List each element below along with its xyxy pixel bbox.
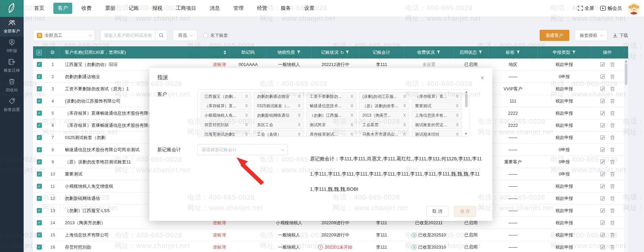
nav-item-1[interactable]: 客户 — [53, 3, 72, 14]
row-checkbox[interactable]: ✓ — [37, 74, 42, 79]
nav-item-0[interactable]: 首页 — [30, 3, 49, 14]
delete-icon[interactable] — [610, 111, 615, 116]
remove-tag-icon[interactable]: X — [245, 94, 248, 99]
nav-item-10[interactable]: 服务 — [276, 3, 295, 14]
remove-tag-icon[interactable]: X — [456, 122, 459, 127]
remove-tag-icon[interactable]: X — [403, 113, 406, 118]
app-logo[interactable] — [0, 0, 24, 17]
column-header-6[interactable]: 记账会计 — [359, 46, 404, 59]
row-checkbox[interactable]: ✓ — [37, 135, 42, 140]
nav-item-6[interactable]: 工商项目 — [172, 3, 201, 14]
nav-item-4[interactable]: 记账 — [124, 3, 143, 14]
row-checkbox[interactable]: ✓ — [37, 208, 42, 213]
refresh-icon[interactable]: ↻ — [340, 50, 344, 55]
nav-item-2[interactable]: 收费 — [77, 3, 96, 14]
table-scrollbar[interactable] — [624, 59, 628, 252]
nav-item-9[interactable]: 经营 — [253, 3, 272, 14]
tagbox-scrollbar[interactable] — [464, 90, 468, 136]
edit-icon[interactable] — [600, 196, 605, 201]
ledger-link[interactable]: 进账簿 — [213, 62, 226, 68]
sidebar-item-2[interactable]: 账套迁移 — [0, 56, 24, 76]
row-checkbox[interactable]: ✓ — [37, 159, 42, 164]
row-checkbox[interactable]: ✓ — [37, 62, 42, 67]
remove-tag-icon[interactable]: X — [245, 122, 248, 127]
delete-icon[interactable] — [610, 147, 615, 152]
column-header-2[interactable]: 客户名称(启用130家，禁用5家) — [60, 46, 230, 59]
row-checkbox[interactable]: ✓ — [37, 147, 42, 152]
sort-icon[interactable] — [224, 50, 226, 54]
member-button[interactable]: 畅会员 — [600, 5, 622, 12]
avatar[interactable] — [628, 2, 640, 15]
remove-tag-icon[interactable]: X — [245, 132, 248, 137]
edit-icon[interactable] — [600, 74, 605, 79]
column-header-8[interactable]: 启用状态 — [454, 46, 488, 59]
delete-icon[interactable] — [610, 232, 615, 237]
delete-icon[interactable] — [610, 208, 615, 213]
ledger-auth-button[interactable]: 账套授权 — [575, 30, 608, 41]
nav-item-5[interactable]: 报税 — [148, 3, 167, 14]
delete-icon[interactable] — [610, 135, 615, 140]
remove-tag-icon[interactable]: X — [245, 113, 248, 118]
nav-item-3[interactable]: 票据 — [101, 3, 120, 14]
gear-icon[interactable]: ⚙ — [50, 49, 55, 55]
row-checkbox[interactable]: ✓ — [37, 98, 42, 104]
row-checkbox[interactable]: ✓ — [37, 123, 42, 128]
remove-tag-icon[interactable]: X — [403, 94, 406, 99]
filter-funnel-icon[interactable] — [345, 50, 349, 55]
edit-icon[interactable] — [600, 245, 605, 250]
remove-tag-icon[interactable]: X — [403, 132, 406, 137]
row-checkbox[interactable]: ✓ — [37, 245, 42, 250]
delete-icon[interactable] — [610, 123, 615, 128]
edit-icon[interactable] — [600, 147, 605, 152]
column-header-5[interactable]: 记账状况↻ — [312, 46, 359, 59]
scroll-down-icon[interactable] — [465, 133, 467, 135]
column-header-1[interactable]: ⚙ — [45, 46, 60, 59]
search-button[interactable] — [155, 30, 167, 41]
sidebar-item-4[interactable]: 标签设置 — [0, 95, 24, 115]
remove-tag-icon[interactable]: X — [245, 104, 248, 108]
delete-icon[interactable] — [610, 171, 615, 177]
row-checkbox[interactable]: ✓ — [37, 184, 42, 189]
delete-icon[interactable] — [610, 62, 615, 67]
column-header-3[interactable]: 助记码 — [230, 46, 266, 59]
edit-icon[interactable] — [600, 159, 605, 164]
row-checkbox[interactable]: ✓ — [37, 86, 42, 91]
employee-filter-select[interactable]: 员 全部员工 — [33, 30, 95, 41]
new-customer-button[interactable]: 新建客户 — [540, 30, 569, 41]
scroll-up-icon[interactable] — [465, 91, 468, 93]
filter-funnel-icon[interactable] — [479, 50, 482, 55]
column-header-4[interactable]: 纳税性质 — [266, 46, 312, 59]
edit-icon[interactable] — [600, 111, 605, 116]
ledger-link[interactable]: 进账簿 — [213, 244, 226, 250]
edit-icon[interactable] — [600, 208, 605, 213]
row-checkbox[interactable]: ✓ — [37, 196, 42, 201]
row-checkbox[interactable]: ✓ — [37, 111, 42, 116]
scroll-up-icon[interactable] — [625, 60, 627, 62]
edit-icon[interactable] — [600, 86, 605, 91]
filter-button[interactable]: 筛选 — [173, 30, 197, 41]
row-checkbox[interactable]: ✓ — [37, 171, 42, 177]
delete-icon[interactable] — [610, 98, 615, 104]
remove-tag-icon[interactable]: X — [298, 132, 301, 137]
remove-tag-icon[interactable]: X — [298, 122, 301, 127]
remove-tag-icon[interactable]: X — [456, 104, 459, 108]
filter-funnel-icon[interactable] — [516, 50, 520, 55]
remove-tag-icon[interactable]: X — [456, 94, 459, 99]
save-button[interactable]: 保 存 — [454, 206, 476, 217]
delete-icon[interactable] — [610, 184, 615, 189]
edit-icon[interactable] — [600, 135, 605, 140]
search-input[interactable] — [100, 30, 155, 41]
edit-icon[interactable] — [600, 220, 605, 225]
remove-tag-icon[interactable]: X — [298, 94, 301, 99]
remove-tag-icon[interactable]: X — [351, 122, 353, 127]
row-checkbox[interactable]: ✓ — [37, 220, 42, 225]
row-checkbox[interactable]: ✓ — [37, 232, 42, 237]
scrollbar-thumb[interactable] — [465, 94, 468, 107]
nav-item-8[interactable]: 管理 — [229, 3, 248, 14]
column-header-0[interactable]: ✓ — [33, 46, 45, 59]
edit-icon[interactable] — [600, 62, 605, 67]
delete-icon[interactable] — [610, 220, 615, 225]
new-accountant-select[interactable]: 请选择新记账会计 — [197, 144, 288, 155]
sidebar-item-3[interactable]: 回收站 — [0, 76, 24, 95]
remove-tag-icon[interactable]: X — [351, 104, 353, 108]
